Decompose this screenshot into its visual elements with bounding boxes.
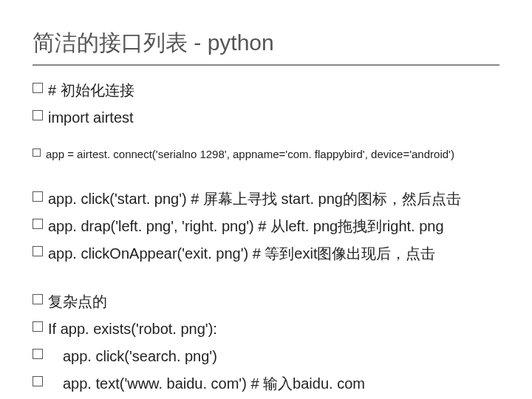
bullet-line: If app. exists('robot. png'):: [33, 318, 499, 341]
square-bullet-icon: [33, 349, 43, 359]
square-bullet-icon: [33, 149, 41, 157]
code-text: 复杂点的: [48, 290, 107, 313]
code-text: app. click('start. png') # 屏幕上寻找 start. …: [48, 188, 461, 211]
code-text: # 初始化连接: [48, 79, 134, 102]
code-text: app. text('www. baidu. com') # 输入baidu. …: [48, 372, 365, 395]
bullet-line: app. clickOnAppear('exit. png') # 等到exit…: [33, 242, 499, 265]
square-bullet-icon: [33, 376, 43, 386]
bullet-line: app. click('start. png') # 屏幕上寻找 start. …: [33, 188, 499, 211]
square-bullet-icon: [33, 321, 43, 332]
bullet-line: app. drap('left. png', 'right. png') # 从…: [33, 215, 499, 238]
square-bullet-icon: [33, 191, 43, 202]
square-bullet-icon: [33, 294, 43, 304]
square-bullet-icon: [33, 83, 43, 93]
bullet-line: # 初始化连接: [33, 79, 499, 102]
square-bullet-icon: [33, 110, 43, 120]
code-text: If app. exists('robot. png'):: [48, 318, 217, 341]
square-bullet-icon: [33, 219, 43, 229]
code-text: app. clickOnAppear('exit. png') # 等到exit…: [48, 242, 435, 265]
bullet-line: 复杂点的: [33, 290, 499, 313]
code-text: app = airtest. connect('serialno 1298', …: [46, 146, 454, 163]
bullet-line: app = airtest. connect('serialno 1298', …: [33, 146, 499, 163]
bullet-line: app. click('search. png'): [33, 345, 499, 368]
bullet-line: import airtest: [33, 106, 499, 129]
bullet-line: app. text('www. baidu. com') # 输入baidu. …: [33, 372, 499, 395]
code-text: import airtest: [48, 106, 134, 129]
code-text: app. drap('left. png', 'right. png') # 从…: [48, 215, 444, 238]
square-bullet-icon: [33, 246, 43, 256]
slide-title: 简洁的接口列表 - python: [33, 28, 499, 66]
code-text: app. click('search. png'): [48, 345, 217, 368]
